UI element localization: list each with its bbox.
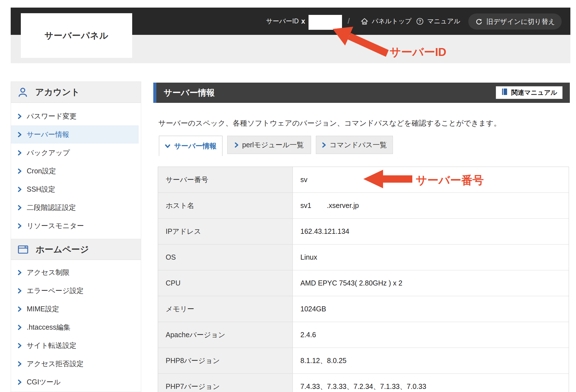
sidebar-item-label: パスワード変更	[27, 112, 76, 121]
chevron-right-icon	[18, 325, 22, 330]
sidebar-item[interactable]: バックアップ	[11, 144, 141, 162]
row-value: AMD EPYC 7543( 2.80GHz ) x 2	[293, 270, 569, 296]
row-value: 162.43.121.134	[293, 219, 569, 244]
sidebar-item-label: MIME設定	[27, 304, 59, 314]
server-id-masked-value	[309, 15, 342, 30]
chevron-right-icon	[18, 288, 22, 294]
tab-item[interactable]: perlモジュール一覧	[227, 136, 311, 154]
content-header: サーバー情報 関連マニュアル	[153, 83, 570, 103]
chevron-right-icon	[322, 142, 326, 148]
row-label: Apacheバージョン	[158, 322, 293, 348]
sidebar-section-header: アカウント	[11, 82, 141, 103]
sidebar-item-label: .htaccess編集	[27, 323, 71, 332]
masked-value	[307, 176, 333, 183]
value-text: 8.1.12、8.0.25	[300, 356, 346, 365]
row-value: 2.4.6	[293, 322, 569, 348]
table-row: PHP8バージョン8.1.12、8.0.25	[158, 348, 569, 373]
sidebar-item-label: エラーページ設定	[27, 286, 84, 295]
sidebar-item[interactable]: Cron設定	[11, 162, 141, 180]
row-label: IPアドレス	[158, 219, 293, 244]
refresh-icon	[475, 18, 483, 26]
table-row: サーバー番号sv	[158, 167, 569, 192]
sidebar-item[interactable]: アクセス制限	[11, 263, 141, 282]
sidebar-item[interactable]: サーバー情報	[11, 125, 139, 144]
sidebar-item-label: サイト転送設定	[27, 341, 76, 350]
chevron-right-icon	[18, 150, 22, 156]
chevron-right-icon	[18, 343, 22, 348]
sidebar-item[interactable]: エラーページ設定	[11, 282, 141, 300]
service-logo: サーバーパネル	[21, 13, 132, 58]
chevron-right-icon	[18, 270, 22, 275]
tab-item[interactable]: コマンドパス一覧	[316, 136, 393, 154]
chevron-right-icon	[18, 114, 22, 119]
sidebar-item-label: 二段階認証設定	[27, 203, 76, 212]
server-id-display: サーバーID x	[266, 8, 305, 35]
chevron-right-icon	[18, 168, 22, 174]
table-row: ホスト名sv1.xserver.jp	[158, 192, 569, 218]
service-logo-text: サーバーパネル	[44, 30, 109, 42]
sidebar-item-label: CGIツール	[27, 377, 61, 387]
tab-label: perlモジュール一覧	[242, 140, 304, 149]
switch-old-design-label: 旧デザインに切り替え	[487, 17, 555, 26]
table-row: Apacheバージョン2.4.6	[158, 322, 569, 348]
related-manual-label: 関連マニュアル	[511, 88, 557, 97]
tab-active[interactable]: サーバー情報	[159, 136, 222, 156]
page-description: サーバーのスペック、各種ソフトウェアのバージョン、コマンドパスなどを確認すること…	[158, 118, 501, 128]
row-label: サーバー番号	[158, 167, 293, 192]
sidebar-item[interactable]: 二段階認証設定	[11, 198, 141, 217]
row-label: メモリー	[158, 296, 293, 322]
sidebar-item-label: リソースモニター	[27, 221, 84, 230]
sidebar-item-label: サーバー情報	[27, 130, 69, 139]
table-row: IPアドレス162.43.121.134	[158, 218, 569, 244]
chevron-right-icon	[18, 132, 22, 137]
sidebar-item[interactable]: アクセス拒否設定	[11, 355, 141, 373]
manual-label: マニュアル	[427, 17, 460, 26]
row-label: PHP7バージョン	[158, 374, 293, 392]
chevron-right-icon	[18, 205, 22, 210]
masked-value	[311, 202, 327, 209]
topbar-divider: /	[348, 8, 350, 35]
chevron-right-icon	[18, 306, 22, 312]
sidebar-section: ホームページアクセス制限エラーページ設定MIME設定.htaccess編集サイト…	[11, 239, 141, 391]
sidebar-section-title: アカウント	[35, 86, 80, 98]
row-value: sv1.xserver.jp	[293, 193, 569, 218]
manual-link[interactable]: ? マニュアル	[416, 8, 460, 35]
server-id-value-prefix: x	[301, 17, 305, 25]
row-label: PHP8バージョン	[158, 348, 293, 373]
tab-label: サーバー情報	[174, 141, 217, 151]
home-icon	[360, 17, 369, 26]
table-row: CPUAMD EPYC 7543( 2.80GHz ) x 2	[158, 270, 569, 296]
value-text: .xserver.jp	[327, 201, 359, 210]
value-text: Linux	[300, 253, 317, 261]
value-text: 2.4.6	[300, 331, 316, 339]
sidebar-item[interactable]: MIME設定	[11, 300, 141, 318]
sidebar-item[interactable]: パスワード変更	[11, 107, 141, 125]
sidebar-item[interactable]: リソースモニター	[11, 217, 141, 235]
book-icon	[501, 88, 508, 97]
sidebar-item[interactable]: SSH設定	[11, 180, 141, 198]
chevron-right-icon	[18, 187, 22, 192]
value-text: AMD EPYC 7543( 2.80GHz ) x 2	[300, 279, 402, 287]
panel-top-link[interactable]: パネルトップ	[360, 8, 411, 35]
chevron-right-icon	[18, 223, 22, 229]
row-value: 7.4.33、7.3.33、7.2.34、7.1.33、7.0.33	[293, 374, 569, 392]
sidebar-item-label: Cron設定	[27, 166, 56, 176]
related-manual-button[interactable]: 関連マニュアル	[496, 86, 562, 99]
browser-icon	[18, 245, 28, 254]
switch-old-design-button[interactable]: 旧デザインに切り替え	[468, 13, 562, 30]
sidebar-item-label: SSH設定	[27, 185, 55, 194]
sidebar-item[interactable]: CGIツール	[11, 373, 141, 391]
value-text: 1024GB	[300, 305, 326, 313]
sidebar-section-title: ホームページ	[36, 244, 89, 255]
value-text: sv1	[300, 201, 311, 210]
sidebar-section-header: ホームページ	[11, 239, 141, 260]
sidebar-item[interactable]: サイト転送設定	[11, 336, 141, 355]
page-title: サーバー情報	[164, 87, 215, 99]
row-label: ホスト名	[158, 193, 293, 218]
sidebar-section: アカウントパスワード変更サーバー情報バックアップCron設定SSH設定二段階認証…	[11, 82, 141, 235]
sidebar-item[interactable]: .htaccess編集	[11, 318, 141, 336]
tab-strip: サーバー情報perlモジュール一覧コマンドパス一覧	[159, 136, 393, 156]
sidebar-item-label: アクセス制限	[27, 268, 69, 277]
row-value: Linux	[293, 244, 569, 270]
panel-top-label: パネルトップ	[372, 17, 411, 26]
